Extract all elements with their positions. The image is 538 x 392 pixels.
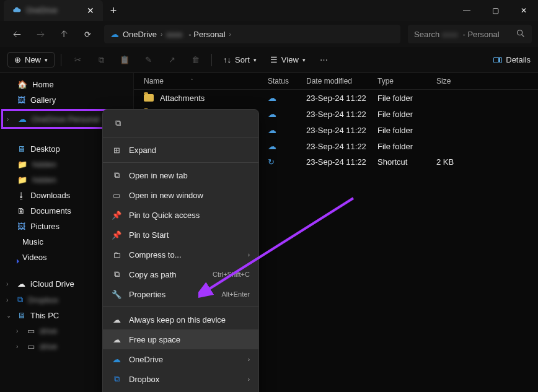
ctx-always-keep[interactable]: ☁ Always keep on this device: [103, 310, 258, 329]
breadcrumb-segment[interactable]: - Personal: [188, 30, 225, 39]
gallery-icon: 🖼: [17, 95, 25, 105]
view-icon: ☰: [270, 55, 278, 64]
downloads-icon: ⭳: [17, 191, 25, 200]
chevron-right-icon[interactable]: ›: [16, 343, 18, 350]
column-date[interactable]: Date modified: [306, 77, 377, 85]
cloud-status-icon: ☁: [268, 93, 276, 103]
ctx-label: Open in new tab: [129, 171, 188, 180]
column-name[interactable]: Name ˆ: [144, 77, 268, 85]
details-toggle[interactable]: Details: [493, 55, 531, 64]
separator: [103, 162, 258, 163]
date-cell: 23-Sep-24 11:22: [306, 126, 377, 135]
ctx-label: Compress to...: [129, 250, 182, 259]
tab-title: OneDrive: [26, 6, 79, 15]
ctx-label: Open in new window: [129, 191, 203, 200]
sort-button[interactable]: ↑↓ Sort ▾: [218, 53, 262, 67]
sidebar-item-home[interactable]: 🏠 Home: [0, 77, 133, 92]
svg-line-1: [522, 35, 524, 37]
ctx-open-window[interactable]: ▭ Open in new window: [103, 185, 258, 205]
status-cell: ↻: [268, 157, 306, 167]
minimize-button[interactable]: —: [452, 0, 481, 21]
pin-icon: 📌: [112, 210, 121, 220]
cloud-status-icon: ☁: [268, 109, 276, 119]
date-cell: 23-Sep-24 11:22: [306, 157, 377, 167]
home-icon: 🏠: [17, 80, 27, 89]
dropbox-icon: ⧉: [112, 374, 121, 384]
view-label: View: [281, 55, 299, 64]
separator: [103, 137, 258, 137]
close-tab-icon[interactable]: ✕: [84, 6, 97, 15]
breadcrumb-segment[interactable]: OneDrive: [123, 30, 157, 39]
type-cell: File folder: [377, 110, 436, 119]
rename-button[interactable]: ✎: [138, 51, 158, 69]
chevron-right-icon[interactable]: ›: [7, 116, 9, 123]
svg-point-0: [518, 30, 523, 35]
forward-button[interactable]: 🡢: [30, 25, 51, 43]
ctx-open-tab[interactable]: ⧉ Open in new tab: [103, 165, 258, 185]
chevron-right-icon: ›: [248, 251, 250, 258]
new-button[interactable]: ⊕ New ▾: [7, 52, 55, 68]
date-cell: 23-Sep-24 11:22: [306, 142, 377, 151]
search-icon: [516, 28, 526, 40]
type-cell: File folder: [377, 94, 436, 103]
close-window-button[interactable]: ✕: [509, 0, 538, 21]
ctx-compress[interactable]: 🗀 Compress to... ›: [103, 245, 258, 264]
chevron-down-icon: ▾: [302, 57, 306, 63]
up-button[interactable]: 🡡: [53, 25, 74, 43]
ctx-properties[interactable]: 🔧 Properties Alt+Enter: [103, 284, 258, 304]
search-input[interactable]: Search xxxx - Personal: [408, 25, 532, 43]
ctx-dropbox[interactable]: ⧉ Dropbox ›: [103, 369, 258, 389]
column-type[interactable]: Type: [377, 77, 436, 85]
sidebar-item-label: Documents: [30, 206, 71, 216]
copy-button[interactable]: ⧉: [91, 51, 111, 69]
paste-button[interactable]: 📋: [115, 51, 134, 69]
sidebar-item-label: Dropbox: [28, 295, 65, 305]
share-button[interactable]: ↗: [162, 51, 182, 69]
more-button[interactable]: ⋯: [314, 51, 334, 69]
cut-button[interactable]: ✂: [68, 51, 87, 69]
chevron-right-icon[interactable]: ›: [6, 281, 8, 287]
refresh-button[interactable]: ⟳: [77, 25, 98, 43]
address-bar[interactable]: ☁ OneDrive › xxxx - Personal ›: [104, 25, 400, 43]
new-tab-button[interactable]: +: [103, 4, 124, 17]
type-cell: File folder: [377, 142, 436, 151]
ctx-label: Always keep on this device: [129, 315, 226, 324]
delete-button[interactable]: 🗑: [185, 51, 205, 69]
view-button[interactable]: ☰ View ▾: [265, 53, 311, 67]
column-status[interactable]: Status: [268, 77, 306, 85]
maximize-button[interactable]: ▢: [481, 0, 509, 21]
ctx-copy-path[interactable]: ⧉ Copy as path Ctrl+Shift+C: [103, 264, 258, 284]
chevron-right-icon[interactable]: ›: [16, 328, 18, 334]
ctx-pin-start[interactable]: 📌 Pin to Start: [103, 225, 258, 245]
window-tab[interactable]: OneDrive ✕: [4, 0, 103, 21]
documents-icon: 🗎: [17, 206, 25, 216]
ctx-expand[interactable]: ⊞ Expand: [103, 140, 258, 160]
chevron-down-icon[interactable]: ⌄: [6, 312, 11, 319]
back-button[interactable]: 🡠: [6, 25, 27, 43]
sidebar-item-label: This PC: [30, 311, 59, 320]
ctx-terminal[interactable]: ›_ Open in Terminal: [103, 389, 258, 392]
expand-icon: ⊞: [112, 145, 121, 155]
folder-icon: 📁: [17, 175, 27, 185]
onedrive-icon: ☁: [112, 354, 121, 364]
pin-icon: 📌: [112, 230, 121, 240]
copy-icon[interactable]: ⧉: [112, 117, 124, 129]
sidebar-item-gallery[interactable]: 🖼 Gallery: [0, 92, 133, 108]
ctx-label: Free up space: [129, 335, 180, 344]
ctx-onedrive[interactable]: ☁ OneDrive ›: [103, 349, 258, 369]
type-cell: Shortcut: [377, 157, 436, 167]
date-cell: 23-Sep-24 11:22: [306, 94, 377, 103]
sidebar-item-label: Desktop: [30, 144, 60, 154]
plus-circle-icon: ⊕: [14, 55, 21, 64]
ctx-label: OneDrive: [129, 355, 163, 364]
file-row[interactable]: Attachments ☁ 23-Sep-24 11:22 File folde…: [134, 90, 538, 106]
column-size[interactable]: Size: [436, 77, 480, 85]
window-controls: — ▢ ✕: [452, 0, 538, 21]
ctx-label: Properties: [129, 290, 165, 299]
sidebar-item-label: Music: [22, 237, 43, 246]
ctx-free-up-space[interactable]: ☁ Free up space: [103, 329, 258, 349]
ctx-pin-quick[interactable]: 📌 Pin to Quick access: [103, 205, 258, 225]
folder-icon: [144, 94, 154, 102]
shortcut-text: Alt+Enter: [221, 290, 250, 298]
chevron-right-icon[interactable]: ›: [6, 297, 8, 303]
